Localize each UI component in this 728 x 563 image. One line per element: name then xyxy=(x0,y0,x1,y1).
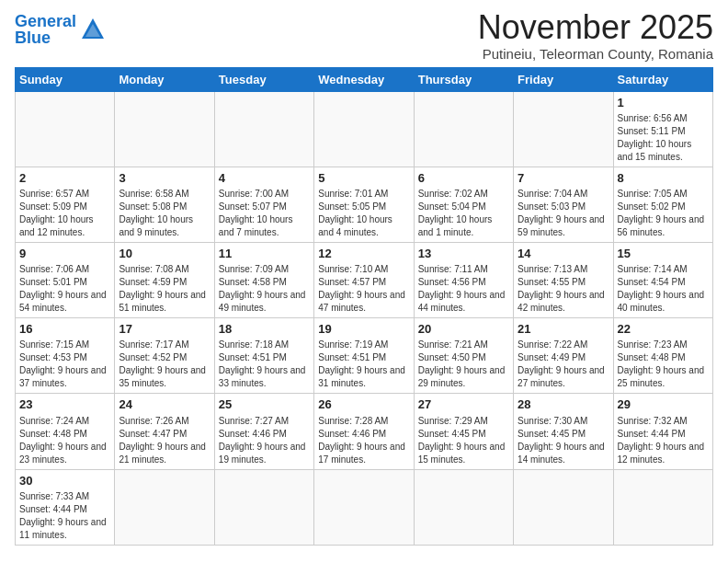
weekday-header-monday: Monday xyxy=(115,67,214,91)
day-number: 16 xyxy=(19,321,110,338)
day-cell xyxy=(214,469,313,545)
day-cell: 2Sunrise: 6:57 AM Sunset: 5:09 PM Daylig… xyxy=(16,167,115,242)
month-title: November 2025 xyxy=(478,9,713,46)
day-number: 6 xyxy=(418,170,509,187)
week-row-1: 2Sunrise: 6:57 AM Sunset: 5:09 PM Daylig… xyxy=(16,167,713,242)
day-info: Sunrise: 7:13 AM Sunset: 4:55 PM Dayligh… xyxy=(518,263,609,315)
day-cell xyxy=(514,91,613,167)
day-info: Sunrise: 7:08 AM Sunset: 4:59 PM Dayligh… xyxy=(119,263,210,315)
day-info: Sunrise: 7:17 AM Sunset: 4:52 PM Dayligh… xyxy=(119,339,210,390)
day-info: Sunrise: 7:32 AM Sunset: 4:44 PM Dayligh… xyxy=(618,415,709,466)
day-cell xyxy=(115,91,214,167)
day-info: Sunrise: 7:00 AM Sunset: 5:07 PM Dayligh… xyxy=(219,188,310,239)
day-cell: 28Sunrise: 7:30 AM Sunset: 4:45 PM Dayli… xyxy=(514,394,613,469)
weekday-header-row: SundayMondayTuesdayWednesdayThursdayFrid… xyxy=(16,67,713,91)
day-info: Sunrise: 7:02 AM Sunset: 5:04 PM Dayligh… xyxy=(418,188,509,239)
day-cell: 3Sunrise: 6:58 AM Sunset: 5:08 PM Daylig… xyxy=(115,167,214,242)
weekday-header-friday: Friday xyxy=(514,67,613,91)
day-cell xyxy=(16,91,115,167)
logo-general: General xyxy=(15,12,76,30)
day-number: 14 xyxy=(518,246,609,262)
day-cell xyxy=(214,91,313,167)
day-info: Sunrise: 7:27 AM Sunset: 4:46 PM Dayligh… xyxy=(219,415,310,466)
day-cell: 25Sunrise: 7:27 AM Sunset: 4:46 PM Dayli… xyxy=(214,394,313,469)
day-number: 1 xyxy=(618,95,709,111)
day-number: 21 xyxy=(518,321,609,338)
day-number: 19 xyxy=(318,321,409,338)
day-info: Sunrise: 7:10 AM Sunset: 4:57 PM Dayligh… xyxy=(318,263,409,315)
week-row-4: 23Sunrise: 7:24 AM Sunset: 4:48 PM Dayli… xyxy=(16,394,713,469)
day-cell: 18Sunrise: 7:18 AM Sunset: 4:51 PM Dayli… xyxy=(214,318,313,394)
day-cell: 21Sunrise: 7:22 AM Sunset: 4:49 PM Dayli… xyxy=(514,318,613,394)
day-number: 29 xyxy=(618,396,709,413)
subtitle: Putineiu, Teleorman County, Romania xyxy=(478,46,713,62)
day-number: 8 xyxy=(618,170,709,187)
weekday-header-saturday: Saturday xyxy=(613,67,712,91)
day-info: Sunrise: 7:26 AM Sunset: 4:47 PM Dayligh… xyxy=(119,415,210,466)
day-info: Sunrise: 7:24 AM Sunset: 4:48 PM Dayligh… xyxy=(19,415,110,466)
day-number: 20 xyxy=(418,321,509,338)
day-info: Sunrise: 7:23 AM Sunset: 4:48 PM Dayligh… xyxy=(618,339,709,390)
day-info: Sunrise: 6:57 AM Sunset: 5:09 PM Dayligh… xyxy=(19,188,110,239)
day-cell: 15Sunrise: 7:14 AM Sunset: 4:54 PM Dayli… xyxy=(613,242,712,317)
day-number: 26 xyxy=(318,396,409,413)
day-cell: 24Sunrise: 7:26 AM Sunset: 4:47 PM Dayli… xyxy=(115,394,214,469)
day-number: 18 xyxy=(219,321,310,338)
logo-text: General Blue xyxy=(15,13,76,46)
day-cell: 8Sunrise: 7:05 AM Sunset: 5:02 PM Daylig… xyxy=(613,167,712,242)
day-info: Sunrise: 7:29 AM Sunset: 4:45 PM Dayligh… xyxy=(418,415,509,466)
day-number: 25 xyxy=(219,396,310,413)
day-cell xyxy=(314,469,414,545)
day-info: Sunrise: 7:19 AM Sunset: 4:51 PM Dayligh… xyxy=(318,339,409,390)
day-number: 28 xyxy=(518,396,609,413)
day-info: Sunrise: 7:11 AM Sunset: 4:56 PM Dayligh… xyxy=(418,263,509,315)
week-row-5: 30Sunrise: 7:33 AM Sunset: 4:44 PM Dayli… xyxy=(16,469,713,545)
day-cell: 13Sunrise: 7:11 AM Sunset: 4:56 PM Dayli… xyxy=(414,242,513,317)
day-info: Sunrise: 7:21 AM Sunset: 4:50 PM Dayligh… xyxy=(418,339,509,390)
logo: General Blue xyxy=(15,13,106,46)
day-number: 13 xyxy=(418,246,509,262)
day-cell xyxy=(414,469,513,545)
day-info: Sunrise: 7:33 AM Sunset: 4:44 PM Dayligh… xyxy=(19,490,110,542)
day-number: 17 xyxy=(119,321,210,338)
day-cell: 6Sunrise: 7:02 AM Sunset: 5:04 PM Daylig… xyxy=(414,167,513,242)
weekday-header-tuesday: Tuesday xyxy=(214,67,313,91)
day-number: 4 xyxy=(219,170,310,187)
day-cell: 29Sunrise: 7:32 AM Sunset: 4:44 PM Dayli… xyxy=(613,394,712,469)
day-cell: 7Sunrise: 7:04 AM Sunset: 5:03 PM Daylig… xyxy=(514,167,613,242)
day-cell: 5Sunrise: 7:01 AM Sunset: 5:05 PM Daylig… xyxy=(314,167,414,242)
day-cell: 1Sunrise: 6:56 AM Sunset: 5:11 PM Daylig… xyxy=(613,91,712,167)
day-number: 12 xyxy=(318,246,409,262)
week-row-0: 1Sunrise: 6:56 AM Sunset: 5:11 PM Daylig… xyxy=(16,91,713,167)
day-number: 2 xyxy=(19,170,110,187)
logo-icon xyxy=(80,17,106,42)
weekday-header-wednesday: Wednesday xyxy=(314,67,414,91)
day-cell xyxy=(514,469,613,545)
day-info: Sunrise: 6:58 AM Sunset: 5:08 PM Dayligh… xyxy=(119,188,210,239)
calendar: SundayMondayTuesdayWednesdayThursdayFrid… xyxy=(15,67,713,546)
day-cell xyxy=(314,91,414,167)
day-number: 27 xyxy=(418,396,509,413)
day-number: 7 xyxy=(518,170,609,187)
day-number: 15 xyxy=(618,246,709,262)
day-number: 30 xyxy=(19,473,110,489)
day-cell: 10Sunrise: 7:08 AM Sunset: 4:59 PM Dayli… xyxy=(115,242,214,317)
day-cell xyxy=(414,91,513,167)
title-block: November 2025 Putineiu, Teleorman County… xyxy=(478,9,713,62)
day-info: Sunrise: 7:06 AM Sunset: 5:01 PM Dayligh… xyxy=(19,263,110,315)
day-cell xyxy=(613,469,712,545)
day-info: Sunrise: 7:01 AM Sunset: 5:05 PM Dayligh… xyxy=(318,188,409,239)
day-info: Sunrise: 6:56 AM Sunset: 5:11 PM Dayligh… xyxy=(618,112,709,164)
day-cell: 9Sunrise: 7:06 AM Sunset: 5:01 PM Daylig… xyxy=(16,242,115,317)
day-cell: 16Sunrise: 7:15 AM Sunset: 4:53 PM Dayli… xyxy=(16,318,115,394)
day-cell: 30Sunrise: 7:33 AM Sunset: 4:44 PM Dayli… xyxy=(16,469,115,545)
page: General Blue November 2025 Putineiu, Tel… xyxy=(0,0,728,560)
week-row-3: 16Sunrise: 7:15 AM Sunset: 4:53 PM Dayli… xyxy=(16,318,713,394)
day-info: Sunrise: 7:30 AM Sunset: 4:45 PM Dayligh… xyxy=(518,415,609,466)
day-cell: 23Sunrise: 7:24 AM Sunset: 4:48 PM Dayli… xyxy=(16,394,115,469)
day-number: 9 xyxy=(19,246,110,262)
day-number: 24 xyxy=(119,396,210,413)
day-info: Sunrise: 7:14 AM Sunset: 4:54 PM Dayligh… xyxy=(618,263,709,315)
logo-blue: Blue xyxy=(15,29,51,47)
day-cell: 20Sunrise: 7:21 AM Sunset: 4:50 PM Dayli… xyxy=(414,318,513,394)
